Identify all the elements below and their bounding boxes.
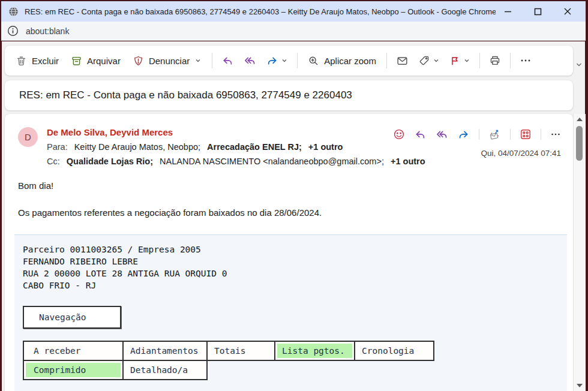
toolbar-collapse-chevron-icon[interactable] <box>575 61 583 69</box>
cc-line: Cc: Qualidade Lojas Rio; NALANDA NASCIME… <box>47 157 393 166</box>
maximize-button[interactable] <box>532 5 544 17</box>
archive-icon <box>71 55 82 67</box>
to-recipient[interactable]: Arrecadação ENEL RJ; <box>207 142 302 152</box>
archive-label: Arquivar <box>87 56 121 66</box>
ellipsis-icon <box>520 55 532 67</box>
quoted-report-block: Parceiro 0011003265 / Empresa 2005 FERNA… <box>14 234 567 391</box>
chevron-down-icon <box>281 57 288 64</box>
tab-detalhado: Detalhado/a <box>123 360 207 380</box>
email-subject: RES: em REC - Conta paga e não baixada 6… <box>19 89 352 101</box>
scrollbar-thumb[interactable] <box>576 126 583 161</box>
reply-all-button[interactable] <box>239 51 261 71</box>
chevron-down-icon <box>463 57 470 64</box>
delete-button[interactable]: Excluir <box>10 52 65 70</box>
report-city-line: CABO FRIO - RJ <box>23 279 560 291</box>
report-address-line: RUA 2 00000 LOTE 28 ANTIGA RUA ORQUID 0 <box>23 267 560 279</box>
to-recipient[interactable]: Keitty De Araujo Matos, Neobpo; <box>74 142 200 152</box>
window-controls <box>502 5 574 17</box>
more-options-button[interactable] <box>515 51 536 70</box>
toolbar-divider <box>510 53 511 68</box>
apps-grid-icon[interactable] <box>520 128 532 140</box>
window-title: RES: em REC - Conta paga e não baixada 6… <box>25 7 496 16</box>
flag-icon <box>449 55 461 67</box>
addin-envelope-pin-icon[interactable] <box>488 128 501 141</box>
apply-zoom-label: Aplicar zoom <box>324 56 376 66</box>
report-button[interactable]: Denunciar <box>127 52 208 70</box>
categorize-button[interactable] <box>413 51 445 70</box>
message-action-icons <box>393 127 561 142</box>
flag-button[interactable] <box>445 52 475 70</box>
report-tabs-table: A receber Adiantamentos Totais Lista pgt… <box>23 341 434 380</box>
page-info-icon[interactable] <box>7 25 19 37</box>
more-actions-ellipsis-icon[interactable] <box>550 129 561 140</box>
message-body: Bom dia! Os pagamentos referentes a nego… <box>5 166 573 218</box>
scroll-down-arrow-icon[interactable] <box>577 384 583 387</box>
outlook-reading-pane: Excluir Arquivar <box>2 41 585 391</box>
tab-a-receber: A receber <box>23 341 123 360</box>
header-address-block: De Melo Silva, Deyvid Merces Para: Keitt… <box>47 127 393 166</box>
delete-label: Excluir <box>32 56 59 66</box>
forward-icon[interactable] <box>457 128 470 141</box>
forward-button[interactable] <box>261 51 293 71</box>
tag-icon <box>418 55 430 67</box>
reply-all-icon[interactable] <box>436 128 448 141</box>
apply-zoom-button[interactable]: Aplicar zoom <box>302 52 382 70</box>
reactions-smiley-icon[interactable] <box>393 128 405 140</box>
reply-icon <box>221 55 234 67</box>
header-actions-block: Qui, 04/07/2024 07:41 <box>393 127 563 166</box>
trash-icon <box>16 55 27 67</box>
globe-favicon-icon <box>8 7 19 17</box>
archive-button[interactable]: Arquivar <box>65 52 127 70</box>
message-header: D De Melo Silva, Deyvid Merces Para: Kei… <box>5 114 573 166</box>
reply-icon[interactable] <box>414 128 427 141</box>
toolbar-divider <box>386 53 387 68</box>
report-name-line: FERNANDO RIBEIRO LEBRE <box>23 255 560 267</box>
chevron-down-icon <box>194 57 202 64</box>
url-text[interactable]: about:blank <box>26 26 69 36</box>
header-divider <box>510 129 511 140</box>
scroll-up-arrow-icon[interactable] <box>577 118 583 121</box>
header-divider <box>541 129 541 140</box>
cc-recipient[interactable]: NALANDA NASCIMENTO <nalandaneobpo@gmail.… <box>160 157 384 166</box>
navigation-label: Navegação <box>39 312 86 322</box>
chevron-down-icon <box>433 57 440 64</box>
tab-cronologia: Cronologia <box>355 341 434 360</box>
cc-recipient[interactable]: Qualidade Lojas Rio; <box>67 157 153 166</box>
url-bar[interactable]: about:blank <box>1 22 586 41</box>
magnifier-plus-icon <box>308 55 319 67</box>
report-partner-line: Parceiro 0011003265 / Empresa 2005 <box>23 243 560 255</box>
reply-button[interactable] <box>217 51 239 71</box>
sender-name[interactable]: De Melo Silva, Deyvid Merces <box>47 127 393 137</box>
toolbar-divider <box>479 53 480 68</box>
tab-adiantamentos: Adiantamentos <box>123 341 207 360</box>
subject-card: RES: em REC - Conta paga e não baixada 6… <box>5 80 573 110</box>
reply-all-icon <box>244 55 256 67</box>
to-line: Para: Keitty De Araujo Matos, Neobpo; Ar… <box>47 142 393 152</box>
tab-lista-pgtos: Lista pgtos. <box>275 341 355 360</box>
toolbar-divider <box>297 53 298 68</box>
to-more-recipients[interactable]: +1 outro <box>308 142 343 152</box>
email-message-card: D De Melo Silva, Deyvid Merces Para: Kei… <box>5 114 573 391</box>
sent-datetime: Qui, 04/07/2024 07:41 <box>393 149 561 158</box>
table-row: Comprimido Detalhado/a <box>23 360 434 380</box>
sender-avatar[interactable]: D <box>18 127 38 147</box>
tab-totais: Totais <box>207 341 275 360</box>
body-paragraph: Os pagamentos referentes a negociação fo… <box>18 207 559 218</box>
report-label: Denunciar <box>149 56 190 66</box>
cc-label: Cc: <box>47 157 60 166</box>
vertical-scrollbar[interactable] <box>573 114 586 391</box>
toolbar-divider <box>212 53 212 68</box>
to-label: Para: <box>47 142 68 152</box>
browser-window: RES: em REC - Conta paga e não baixada 6… <box>0 0 588 391</box>
title-bar: RES: em REC - Conta paga e não baixada 6… <box>1 1 586 22</box>
table-row: A receber Adiantamentos Totais Lista pgt… <box>23 341 434 360</box>
body-paragraph: Bom dia! <box>18 181 559 191</box>
print-button[interactable] <box>484 51 506 70</box>
envelope-icon <box>396 55 409 67</box>
minimize-button[interactable] <box>502 5 514 17</box>
close-button[interactable] <box>562 5 574 17</box>
mark-unread-button[interactable] <box>391 51 413 71</box>
empty-cell <box>275 360 355 380</box>
empty-cell <box>355 360 434 380</box>
empty-cell <box>207 360 275 380</box>
